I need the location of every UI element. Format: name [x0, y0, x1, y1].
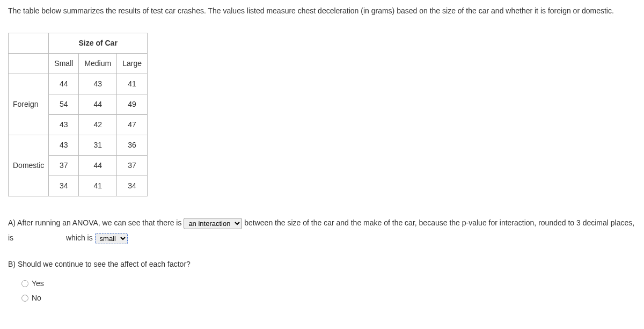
question-b: B) Should we continue to see the affect … [8, 259, 636, 270]
radio-no[interactable] [21, 295, 28, 302]
data-cell: 36 [117, 135, 148, 156]
col-header: Medium [79, 54, 117, 74]
question-a: A) After running an ANOVA, we can see th… [8, 215, 636, 245]
data-cell: 47 [117, 115, 148, 135]
data-cell: 43 [49, 135, 79, 156]
data-table: Size of Car Small Medium Large Foreign 4… [8, 33, 148, 196]
data-cell: 43 [49, 115, 79, 135]
data-cell: 37 [117, 156, 148, 176]
radio-option-yes[interactable]: Yes [21, 278, 636, 289]
data-cell: 43 [79, 74, 117, 94]
corner-cell [9, 33, 49, 54]
qa-mid2: which is [66, 233, 93, 242]
data-cell: 31 [79, 135, 117, 156]
table-row: Foreign 44 43 41 [9, 74, 148, 94]
data-cell: 41 [79, 176, 117, 196]
pvalue-input[interactable] [16, 233, 64, 243]
data-cell: 37 [49, 156, 79, 176]
table-row: Domestic 43 31 36 [9, 135, 148, 156]
data-cell: 49 [117, 94, 148, 115]
col-header: Small [49, 54, 79, 74]
size-select[interactable]: small [95, 233, 128, 244]
qa-prefix: A) After running an ANOVA, we can see th… [8, 218, 181, 227]
interaction-select[interactable]: an interaction [184, 218, 242, 229]
data-cell: 54 [49, 94, 79, 115]
row-label-domestic: Domestic [9, 135, 49, 196]
data-cell: 44 [79, 156, 117, 176]
data-cell: 44 [79, 94, 117, 115]
data-cell: 44 [49, 74, 79, 94]
radio-yes[interactable] [21, 280, 28, 287]
data-cell: 34 [49, 176, 79, 196]
intro-text: The table below summarizes the results o… [8, 5, 636, 17]
row-label-foreign: Foreign [9, 74, 49, 135]
radio-group: Yes No [8, 278, 636, 304]
data-cell: 34 [117, 176, 148, 196]
data-cell: 41 [117, 74, 148, 94]
radio-yes-label: Yes [32, 278, 44, 289]
radio-option-no[interactable]: No [21, 293, 636, 304]
col-header: Large [117, 54, 148, 74]
colgroup-header: Size of Car [49, 33, 148, 54]
corner-cell-2 [9, 54, 49, 74]
data-cell: 42 [79, 115, 117, 135]
radio-no-label: No [32, 293, 41, 304]
